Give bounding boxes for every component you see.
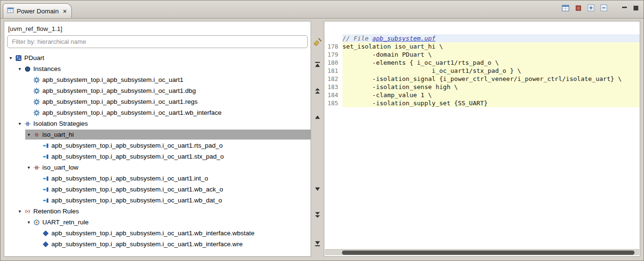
tree-item[interactable]: apb_subsystem_top.i_apb_subsystem.i_oc_u… <box>4 228 311 239</box>
port-icon <box>41 175 49 182</box>
tree-item-label: UART_retn_rule <box>42 219 91 226</box>
instance-icon <box>32 88 40 94</box>
line-number: 185 <box>324 99 342 107</box>
tree-item-label: iso_uart_low <box>42 164 81 171</box>
code-line: 184 -clamp_value 1 \ <box>324 91 640 99</box>
tree-item[interactable]: ▾Instances <box>4 63 311 74</box>
tree-panel: [uvm_ref_flow_1.1] ▾PDuart▾Instancesapb_… <box>4 21 311 257</box>
expander-icon[interactable]: ▾ <box>16 66 23 71</box>
expand-all-icon[interactable] <box>587 4 595 11</box>
code-line: 179 -domain PDuart \ <box>324 50 640 59</box>
code-text: -isolation_supply_set {SS_UART} <box>342 99 640 107</box>
file-comment-line: // File apb_subsystem.upf <box>324 34 640 42</box>
tree-item-label: Instances <box>33 65 64 72</box>
scroll-up-icon[interactable] <box>313 113 322 121</box>
line-number: 182 <box>324 75 342 83</box>
retention-group-icon <box>23 208 31 215</box>
tree-item[interactable]: apb_subsystem_top.i_apb_subsystem.i_oc_u… <box>4 107 311 118</box>
tree-item[interactable]: ▾UART_retn_rule <box>4 217 311 228</box>
tree-item[interactable]: apb_subsystem_top.i_apb_subsystem.i_oc_u… <box>4 195 311 206</box>
expander-icon[interactable]: ▾ <box>25 132 32 137</box>
code-line: 178set_isolation iso_uart_hi \ <box>324 42 640 50</box>
scroll-to-top-icon[interactable] <box>313 60 322 69</box>
code-text: -domain PDuart \ <box>342 50 640 59</box>
code-line: 181 i_oc_uart1/stx_pad_o } \ <box>324 67 640 75</box>
line-number: 178 <box>324 42 342 50</box>
tree-item-label: apb_subsystem_top.i_apb_subsystem.i_oc_u… <box>51 186 226 193</box>
expander-icon[interactable]: ▾ <box>7 55 14 60</box>
filter-input[interactable] <box>7 35 308 48</box>
code-lines: 178set_isolation iso_uart_hi \179 -domai… <box>324 42 640 107</box>
code-line: 182 -isolation_signal {i_power_ctrl_vene… <box>324 75 640 83</box>
minimize-icon[interactable] <box>622 5 627 11</box>
line-number: 183 <box>324 83 342 91</box>
code-line: 180 -elements { i_oc_uart1/rts_pad_o \ <box>324 59 640 67</box>
code-text: i_oc_uart1/stx_pad_o } \ <box>342 67 640 75</box>
tree-item-label: Retention Rules <box>33 208 82 215</box>
scroll-page-down-icon[interactable] <box>313 211 322 219</box>
tree-item[interactable]: apb_subsystem_top.i_apb_subsystem.i_oc_u… <box>4 184 311 195</box>
instances-icon <box>23 66 31 72</box>
iso-group-icon <box>23 120 31 127</box>
filter-row <box>4 33 311 51</box>
tree-item[interactable]: ▾iso_uart_low <box>4 162 311 173</box>
tree-item[interactable]: apb_subsystem_top.i_apb_subsystem.i_oc_u… <box>4 74 311 85</box>
tree-item[interactable]: ▾iso_uart_hi <box>4 129 311 140</box>
instance-icon <box>32 99 40 105</box>
code-text: // File apb_subsystem.upf <box>342 34 640 42</box>
code-text: set_isolation iso_uart_hi \ <box>342 42 640 50</box>
scroll-page-up-icon[interactable] <box>313 87 322 95</box>
tree-item[interactable]: apb_subsystem_top.i_apb_subsystem.i_oc_u… <box>4 96 311 107</box>
line-number: 181 <box>324 67 342 75</box>
tree-item-label: apb_subsystem_top.i_apb_subsystem.i_oc_u… <box>51 153 226 160</box>
tree-item-label: apb_subsystem_top.i_apb_subsystem.i_oc_u… <box>42 109 224 116</box>
scroll-down-icon[interactable] <box>313 185 322 193</box>
tree-item[interactable]: apb_subsystem_top.i_apb_subsystem.i_oc_u… <box>4 173 311 184</box>
collapse-all-icon[interactable] <box>600 4 607 11</box>
tree-item[interactable]: apb_subsystem_top.i_apb_subsystem.i_oc_u… <box>4 140 311 151</box>
code-line: 183 -isolation_sense high \ <box>324 83 640 91</box>
expander-icon[interactable]: ▾ <box>25 220 32 225</box>
file-comment-prefix: // File <box>342 35 372 42</box>
tab-title: Power Domain <box>17 8 59 15</box>
nav-strip <box>311 21 324 257</box>
horizontal-scrollbar-thumb[interactable] <box>342 251 634 255</box>
tree-item[interactable]: ▾Retention Rules <box>4 206 311 217</box>
project-label: [uvm_ref_flow_1.1] <box>4 21 311 33</box>
tree-item-label: apb_subsystem_top.i_apb_subsystem.i_oc_u… <box>42 76 186 83</box>
port-icon <box>41 142 49 149</box>
line-number <box>324 34 342 42</box>
domain-icon <box>14 55 22 61</box>
iso-strategy-icon <box>32 164 40 171</box>
red-marker-icon[interactable] <box>575 5 582 11</box>
tab-power-domain[interactable]: Power Domain × <box>3 3 72 18</box>
code-text: -isolation_signal {i_power_ctrl_veneer/i… <box>342 75 640 83</box>
tree-item-label: Isolation Strategies <box>33 120 91 127</box>
expander-icon[interactable]: ▾ <box>16 209 23 214</box>
view-tab-strip: Power Domain × <box>0 0 644 19</box>
port-icon <box>41 197 49 204</box>
scroll-to-bottom-icon[interactable] <box>313 239 322 247</box>
code-text: -isolation_sense high \ <box>342 83 640 91</box>
tree-item-label: apb_subsystem_top.i_apb_subsystem.i_oc_u… <box>42 98 200 105</box>
port-icon <box>41 186 49 193</box>
tree-item[interactable]: ▾Isolation Strategies <box>4 118 311 129</box>
power-domain-tab-icon <box>7 7 14 15</box>
tree-item[interactable]: apb_subsystem_top.i_apb_subsystem.i_oc_u… <box>4 239 311 250</box>
tree-item[interactable]: ▾PDuart <box>4 52 311 63</box>
expander-icon[interactable]: ▾ <box>25 165 32 170</box>
tab-close-icon[interactable]: × <box>63 8 67 14</box>
tree-item[interactable]: apb_subsystem_top.i_apb_subsystem.i_oc_u… <box>4 151 311 162</box>
grid-view-icon[interactable] <box>562 5 569 11</box>
power-domain-tree: ▾PDuart▾Instancesapb_subsystem_top.i_apb… <box>4 51 311 256</box>
tree-item[interactable]: apb_subsystem_top.i_apb_subsystem.i_oc_u… <box>4 85 311 96</box>
maximize-icon[interactable] <box>633 5 639 11</box>
tree-item-label: apb_subsystem_top.i_apb_subsystem.i_oc_u… <box>42 87 199 94</box>
tree-item-label: apb_subsystem_top.i_apb_subsystem.i_oc_u… <box>51 230 257 237</box>
file-link[interactable]: apb_subsystem.upf <box>372 35 436 42</box>
code-panel: // File apb_subsystem.upf 178set_isolati… <box>324 21 640 257</box>
horizontal-scrollbar[interactable] <box>325 249 639 255</box>
clear-filter-icon[interactable] <box>313 38 322 49</box>
expander-icon[interactable]: ▾ <box>16 121 23 126</box>
instance-icon <box>32 77 40 83</box>
